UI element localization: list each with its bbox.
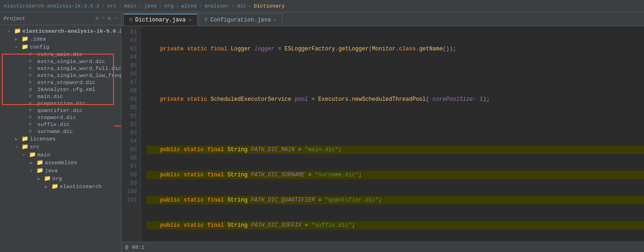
extra-main-label: extra_main.dic: [37, 51, 83, 57]
bc-analyzer: analyzer: [205, 3, 229, 9]
code-content[interactable]: private static final Logger logger = ESL…: [141, 26, 644, 242]
sidebar: Project ⚙ ÷ ⚙ — ▾ 📁 elasticsearch-analys…: [0, 12, 121, 252]
tree-extra-main[interactable]: ≡ extra_main.dic: [0, 51, 121, 58]
sidebar-header: Project ⚙ ÷ ⚙ —: [0, 12, 121, 25]
file-icon-extra-single-word-full: ≡: [29, 66, 37, 71]
tree-surname[interactable]: ≡ surname.dic: [0, 128, 121, 135]
src-label: src: [30, 144, 40, 150]
tab-configuration-close[interactable]: ✕: [274, 17, 276, 23]
tree-org[interactable]: ▶ 📁 org: [0, 175, 121, 182]
code-line-83: private static ScheduledExecutorService …: [147, 95, 644, 104]
idea-folder-icon: 📁: [21, 35, 30, 42]
suffix-label: suffix.dic: [37, 121, 70, 127]
bc-src: src: [107, 3, 116, 9]
tree-suffix[interactable]: ≡ suffix.dic: [0, 121, 121, 128]
surname-label: surname.dic: [37, 128, 73, 134]
file-icon-extra-single-word: ≡: [29, 59, 37, 64]
status-at-icon: @: [125, 245, 128, 250]
tabs-bar: © Dictionary.java ✕ © Configuration.java…: [121, 12, 644, 26]
main-dic-label: main.dic: [37, 93, 63, 99]
tree-elasticsearch[interactable]: ▶ 📁 elasticsearch: [0, 182, 121, 190]
bc-wltea: wltea: [181, 3, 197, 9]
settings-icon[interactable]: ⚙: [95, 15, 99, 22]
config-folder-icon: 📁: [21, 43, 30, 50]
tree-stopword[interactable]: ≡ stopword.dic: [0, 114, 121, 121]
src-folder-icon: 📁: [21, 143, 30, 150]
file-icon-extra-low-freq: ≡: [29, 73, 37, 78]
org-folder-icon: 📁: [44, 175, 52, 182]
stopword-label: stopword.dic: [37, 114, 76, 120]
tree-extra-single-word-low-freq[interactable]: ≡ extra_single_word_low_freq.dic: [0, 72, 121, 79]
tree-quantifier[interactable]: ≡ quantifier.dic: [0, 107, 121, 114]
idea-label: .idea: [30, 36, 46, 42]
split-icon[interactable]: ÷: [101, 15, 105, 22]
bc-main: main: [124, 3, 136, 9]
java-folder-label: java: [45, 168, 58, 174]
config-label: config: [30, 44, 49, 50]
file-icon-preposition: ≡: [29, 101, 37, 106]
main-layout: Project ⚙ ÷ ⚙ — ▾ 📁 elasticsearch-analys…: [0, 12, 644, 252]
tree-main-dic[interactable]: ≡ main.dic: [0, 93, 121, 100]
java-folder-icon: 📁: [36, 167, 45, 174]
status-bar: @ 98:1: [121, 242, 644, 252]
tree-ikanalyzer[interactable]: ⊞ IKAnalyzer.cfg.xml: [0, 86, 121, 93]
tab-dictionary-close[interactable]: ✕: [189, 17, 191, 23]
licenses-folder-icon: 📁: [21, 135, 30, 142]
tree-java[interactable]: ▾ 📁 java: [0, 167, 121, 175]
tab-configuration-label: Configuration.java: [210, 17, 271, 23]
line-numbers: 81 82 83 84 85 86 87 88 89 90 91 92 93 9…: [121, 26, 141, 242]
tab-dictionary[interactable]: © Dictionary.java ✕: [123, 14, 198, 26]
tree-preposition[interactable]: ≡ preposition.dic: [0, 100, 121, 107]
bc-dictionary: Dictionary: [254, 3, 285, 9]
sidebar-tree: ▾ 📁 elasticsearch-analysis-ik-5.6.3 [ela…: [0, 25, 121, 252]
code-line-85: public static final String PATH_DIC_MAIN…: [147, 146, 644, 154]
file-icon-suffix: ≡: [29, 122, 37, 127]
file-icon-main-dic: ≡: [29, 94, 37, 99]
tree-root[interactable]: ▾ 📁 elasticsearch-analysis-ik-5.6.3 [ela…: [0, 27, 121, 35]
tree-extra-single-word-full[interactable]: ≡ extra_single_word_full.dic: [0, 65, 121, 72]
tree-licenses[interactable]: ▶ 📁 licenses: [0, 135, 121, 143]
file-icon-extra-main: ≡: [29, 52, 37, 57]
code-editor: 81 82 83 84 85 86 87 88 89 90 91 92 93 9…: [121, 26, 644, 242]
tree-config[interactable]: ▾ 📁 config: [0, 43, 121, 51]
code-line-87: public static final String PATH_DIC_QUAN…: [147, 196, 644, 204]
code-line-88: public static final String PATH_DIC_SUFF…: [147, 221, 644, 230]
root-folder-icon: 📁: [14, 28, 22, 35]
tab-dictionary-label: Dictionary.java: [135, 17, 186, 23]
main-folder-icon: 📁: [29, 151, 37, 158]
tree-extra-single-word[interactable]: ≡ extra_single_word.dic: [0, 58, 121, 65]
bc-java: java: [144, 3, 156, 9]
file-icon-stopword: ≡: [29, 115, 37, 120]
quantifier-label: quantifier.dic: [37, 107, 83, 113]
tree-assemblies[interactable]: ▶ 📁 assemblies: [0, 159, 121, 167]
gear-icon[interactable]: ⚙: [108, 15, 111, 22]
ikanalyzer-label: IKAnalyzer.cfg.xml: [37, 86, 95, 92]
sidebar-title: Project: [4, 16, 25, 21]
sidebar-icons[interactable]: ⚙ ÷ ⚙ —: [95, 15, 117, 22]
org-label: org: [52, 175, 62, 182]
minimize-icon[interactable]: —: [114, 15, 117, 22]
elasticsearch-label: elasticsearch: [60, 183, 102, 189]
assemblies-folder-icon: 📁: [36, 159, 45, 166]
tab-configuration[interactable]: © Configuration.java ✕: [198, 14, 283, 26]
root-label: elasticsearch-analysis-ik-5.6.3 [elastic…: [22, 28, 121, 34]
tab-dictionary-icon: ©: [129, 17, 133, 23]
bc-project: elasticsearch-analysis-ik-5.6.3: [4, 3, 99, 9]
extra-low-freq-label: extra_single_word_low_freq.dic: [37, 72, 121, 78]
code-line-82: [147, 70, 644, 78]
tree-idea[interactable]: ▶ 📁 .idea: [0, 35, 121, 43]
assemblies-label: assemblies: [45, 160, 77, 166]
file-icon-surname: ≡: [29, 129, 37, 134]
tree-src[interactable]: ▾ 📁 src: [0, 143, 121, 151]
tree-main[interactable]: ▾ 📁 main: [0, 151, 121, 159]
tab-configuration-icon: ©: [205, 17, 208, 23]
licenses-label: licenses: [30, 136, 56, 142]
code-line-81: private static final Logger logger = ESL…: [147, 45, 644, 53]
extra-single-word-label: extra_single_word.dic: [37, 58, 105, 64]
bc-dic: dic: [237, 3, 246, 9]
status-line-col: 98:1: [132, 245, 144, 250]
tree-extra-stopword[interactable]: ≡ extra_stopword.dic: [0, 79, 121, 86]
main-label: main: [37, 152, 50, 158]
elasticsearch-folder-icon: 📁: [51, 183, 60, 190]
file-icon-quantifier: ≡: [29, 108, 37, 113]
